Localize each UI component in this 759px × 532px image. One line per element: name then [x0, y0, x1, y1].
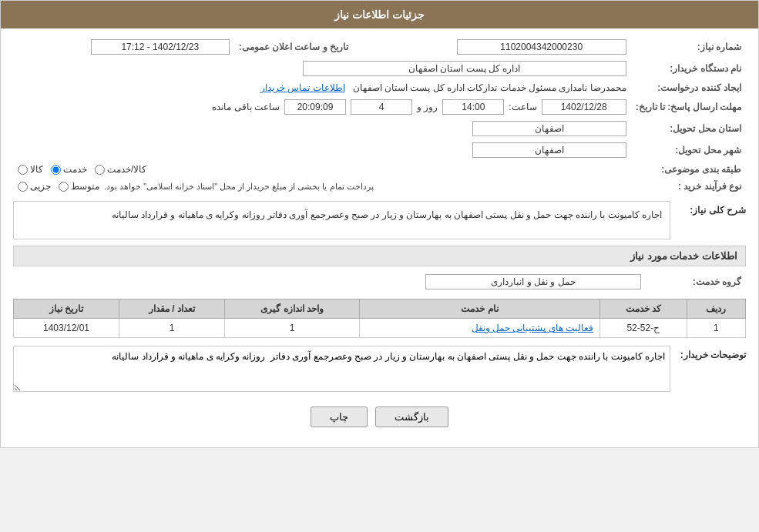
category-option-kala-khedmat[interactable]: کالا/خدمت [95, 164, 146, 175]
category-option-kala[interactable]: کالا [18, 164, 43, 175]
col-row: ردیف [687, 299, 745, 319]
col-date: تاریخ نیاز [14, 299, 119, 319]
category-kala-label: کالا [30, 164, 43, 175]
table-row: 1ح-52-52فعالیت های پشتیبانی حمل ونقل1114… [14, 319, 746, 338]
info-table: شماره نیاز: 1102004342000230 تاریخ و ساع… [13, 36, 746, 195]
buyer-description-textarea[interactable] [13, 346, 670, 392]
col-name: نام خدمت [360, 299, 600, 319]
col-unit: واحد اندازه گیری [224, 299, 359, 319]
buyer-description-section: توضیحات خریدار: [13, 346, 746, 394]
purchase-type-motevaset[interactable]: متوسط [59, 181, 99, 192]
service-group-table: گروه خدمت: حمل و نقل و انبارداری [13, 271, 746, 293]
purchase-motevaset-label: متوسط [71, 181, 99, 192]
back-button[interactable]: بازگشت [375, 407, 448, 427]
buyer-description-label: توضیحات خریدار: [677, 346, 746, 360]
purchase-type-jozi[interactable]: جزیی [18, 181, 51, 192]
group-service-label: گروه خدمت: [646, 271, 746, 293]
creator-label: ایجاد کننده درخواست: [631, 79, 746, 96]
province-label: استان محل تحویل: [631, 118, 746, 139]
print-button[interactable]: چاپ [311, 407, 368, 427]
purchase-note: پرداخت تمام یا بخشی از مبلغ خریدار از مح… [104, 182, 374, 192]
services-table: ردیف کد خدمت نام خدمت واحد اندازه گیری ت… [13, 299, 746, 338]
contact-info-link[interactable]: اطلاعات تماس خریدار [260, 82, 345, 93]
deadline-label: مهلت ارسال پاسخ: تا تاریخ: [631, 96, 746, 118]
category-kala-khedmat-radio[interactable] [95, 165, 105, 175]
category-kala-khedmat-label: کالا/خدمت [107, 164, 146, 175]
description-section: شرح کلی نیاز: اجاره کامیونت با راننده جه… [13, 201, 746, 239]
deadline-remaining-label: ساعت باقی مانده [212, 102, 280, 112]
page-header: جزئیات اطلاعات نیاز [1, 1, 758, 28]
category-khedmat-label: خدمت [63, 164, 87, 175]
announcement-date-value: 1402/12/23 - 17:12 [91, 39, 230, 55]
col-quantity: تعداد / مقدار [119, 299, 225, 319]
buyer-org-label: نام دستگاه خریدار: [631, 58, 746, 79]
services-section-title: اطلاعات خدمات مورد نیاز [13, 246, 746, 266]
province-value: اصفهان [472, 121, 626, 136]
creator-value: محمدرضا نامداری مسئول خدمات تدارکات ادار… [353, 82, 626, 93]
deadline-days: 4 [351, 99, 412, 115]
deadline-date: 1402/12/28 [542, 99, 626, 115]
purchase-motevaset-radio[interactable] [59, 182, 69, 192]
category-khedmat-radio[interactable] [51, 165, 61, 175]
button-row: چاپ بازگشت [13, 407, 746, 435]
purchase-type-label: نوع فرآیند خرید : [631, 178, 746, 195]
announcement-date-label: تاریخ و ساعت اعلان عمومی: [234, 36, 364, 58]
category-kala-radio[interactable] [18, 165, 28, 175]
description-label: شرح کلی نیاز: [677, 201, 746, 216]
deadline-time: 14:00 [442, 99, 504, 115]
need-number-label: شماره نیاز: [631, 36, 746, 58]
deadline-remaining: 20:09:09 [284, 99, 346, 115]
description-content: اجاره کامیونت با راننده جهت حمل و نقل پس… [13, 201, 670, 239]
deadline-time-label: ساعت: [509, 102, 536, 112]
category-radio-group: کالا خدمت کالا/خدمت [18, 164, 626, 175]
need-number-value: 1102004342000230 [457, 39, 626, 55]
col-code: کد خدمت [599, 299, 687, 319]
category-option-khedmat[interactable]: خدمت [51, 164, 87, 175]
service-name-link[interactable]: فعالیت های پشتیبانی حمل ونقل [472, 323, 593, 333]
city-label: شهر محل تحویل: [631, 139, 746, 161]
deadline-day-label: روز و [417, 102, 438, 112]
page-title: جزئیات اطلاعات نیاز [334, 8, 425, 21]
buyer-org-value: اداره کل پست استان اصفهان [303, 61, 626, 76]
purchase-type-radio-group: جزیی متوسط [18, 181, 99, 192]
purchase-jozi-label: جزیی [30, 181, 51, 192]
group-service-value: حمل و نقل و انبارداری [425, 274, 641, 289]
city-value: اصفهان [472, 142, 626, 158]
purchase-jozi-radio[interactable] [18, 182, 28, 192]
category-label: طبقه بندی موضوعی: [631, 161, 746, 178]
